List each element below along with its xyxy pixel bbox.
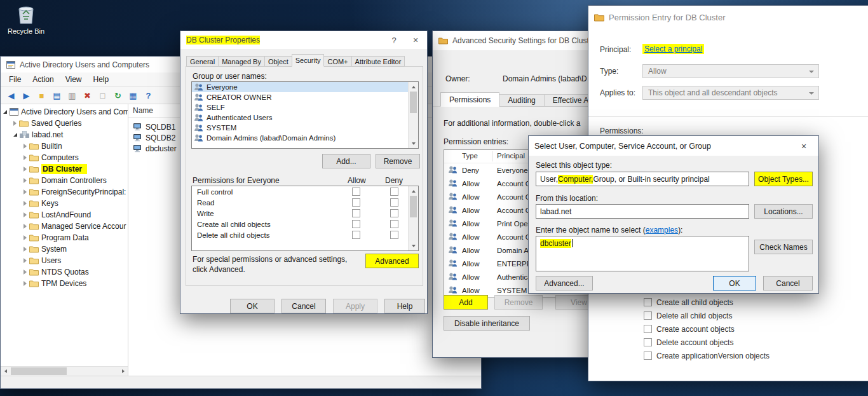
expand-icon[interactable] [13, 121, 17, 126]
tab[interactable]: COM+ [323, 56, 351, 67]
scroll-right-icon[interactable] [118, 367, 128, 376]
document-icon[interactable]: □ [97, 90, 109, 102]
deny-checkbox[interactable] [390, 188, 398, 196]
collapse-icon[interactable] [3, 110, 7, 114]
location-field[interactable]: labad.net [536, 204, 749, 219]
column-header-type[interactable]: Type [462, 152, 478, 160]
tree-item[interactable]: System [1, 243, 128, 255]
tree-item[interactable]: Program Data [1, 232, 128, 243]
apply-button[interactable]: Apply [333, 299, 377, 313]
object-types-button[interactable]: Object Types... [754, 172, 813, 186]
scroll-up-icon[interactable] [409, 82, 418, 92]
allow-checkbox[interactable] [352, 209, 360, 217]
help-icon[interactable]: ? [142, 90, 154, 102]
forward-icon[interactable]: ▶ [20, 90, 32, 102]
menu-item[interactable]: File [3, 73, 27, 86]
tab[interactable]: General [186, 56, 219, 67]
recycle-bin[interactable]: Recycle Bin [5, 4, 47, 35]
tree-item[interactable]: Domain Controllers [1, 175, 128, 186]
expand-icon[interactable] [24, 258, 27, 263]
vertical-scrollbar[interactable] [408, 186, 418, 250]
collapse-icon[interactable] [13, 133, 17, 137]
menu-item[interactable]: Action [27, 73, 59, 86]
examples-link[interactable]: examples [646, 226, 678, 235]
ok-button[interactable]: OK [713, 276, 756, 290]
tab[interactable]: Auditing [499, 94, 544, 107]
scrollbar-thumb[interactable] [410, 92, 417, 113]
expand-icon[interactable] [24, 167, 27, 172]
properties-titlebar[interactable]: DB Cluster Properties ? × [180, 31, 427, 49]
tab[interactable]: Attribute Editor [351, 56, 405, 67]
allow-checkbox[interactable] [352, 188, 360, 196]
refresh-icon[interactable]: ↻ [112, 90, 124, 102]
tree-item[interactable]: Managed Service Accour [1, 221, 128, 232]
allow-checkbox[interactable] [352, 231, 360, 239]
back-icon[interactable]: ◀ [5, 90, 17, 102]
scroll-down-icon[interactable] [409, 241, 418, 250]
tab[interactable]: Security [292, 54, 325, 67]
tree-item[interactable]: Keys [1, 198, 128, 209]
permission-checkbox[interactable] [644, 298, 652, 306]
cancel-button[interactable]: Cancel [763, 276, 813, 290]
show-tree-icon[interactable]: ■ [36, 90, 48, 102]
expand-icon[interactable] [24, 270, 27, 275]
locations-button[interactable]: Locations... [754, 204, 813, 219]
delete-icon[interactable]: ✖ [81, 90, 93, 102]
vertical-scrollbar[interactable] [408, 82, 418, 148]
deny-checkbox[interactable] [390, 198, 398, 207]
menu-item[interactable]: View [60, 73, 88, 86]
object-type-field[interactable]: User, Computer, Group, or Built-in secur… [536, 172, 749, 186]
list-item[interactable]: Authenticated Users [192, 113, 409, 123]
scroll-down-icon[interactable] [409, 139, 418, 148]
tree-item[interactable]: LostAndFound [1, 209, 128, 221]
expand-icon[interactable] [24, 247, 27, 252]
permission-checkbox[interactable] [644, 352, 652, 360]
scrollbar-thumb[interactable] [11, 367, 67, 375]
close-icon[interactable]: × [790, 137, 818, 155]
tree-item[interactable]: Users [1, 255, 128, 266]
tree-item[interactable]: Builtin [1, 140, 128, 152]
expand-icon[interactable] [24, 201, 27, 206]
select-principal-link[interactable]: Select a principal [642, 44, 704, 54]
remove-button[interactable]: Remove [376, 154, 420, 168]
help-button[interactable]: Help [384, 299, 425, 313]
expand-icon[interactable] [24, 144, 27, 149]
tab[interactable]: Object [264, 56, 292, 67]
column-header-principal[interactable]: Principal [497, 152, 525, 160]
tree-item[interactable]: ForeignSecurityPrincipal: [1, 186, 128, 198]
list-item[interactable]: CREATOR OWNER [192, 92, 409, 102]
select-dialog-titlebar[interactable]: Select User, Computer, Service Account, … [529, 136, 818, 156]
advanced-button[interactable]: Advanced [365, 254, 419, 268]
expand-icon[interactable] [24, 212, 27, 217]
list-item[interactable]: SYSTEM [192, 123, 409, 133]
window-list-icon[interactable]: ▦ [127, 90, 139, 102]
expand-icon[interactable] [24, 155, 27, 160]
help-icon[interactable]: ? [384, 31, 404, 49]
expand-icon[interactable] [24, 224, 27, 229]
expand-icon[interactable] [24, 189, 27, 195]
permission-checkbox[interactable] [644, 311, 652, 320]
menu-item[interactable]: Help [88, 73, 115, 86]
allow-checkbox[interactable] [352, 220, 360, 228]
tree-item-root[interactable]: Active Directory Users and Com [1, 106, 128, 118]
disable-inheritance-button[interactable]: Disable inheritance [444, 316, 530, 331]
permission-entry-titlebar[interactable]: Permission Entry for DB Cluster [588, 6, 868, 29]
allow-checkbox[interactable] [352, 198, 360, 207]
tree-horizontal-scrollbar[interactable] [1, 366, 128, 376]
add-button[interactable]: Add... [322, 154, 370, 168]
tab[interactable]: Managed By [218, 56, 265, 67]
close-icon[interactable]: × [404, 31, 427, 49]
tree-item-saved-queries[interactable]: Saved Queries [1, 118, 128, 129]
cancel-button[interactable]: Cancel [281, 299, 326, 313]
tree-item[interactable]: NTDS Quotas [1, 266, 128, 278]
deny-checkbox[interactable] [390, 220, 398, 228]
scrollbar-thumb[interactable] [410, 196, 417, 217]
expand-icon[interactable] [24, 281, 27, 286]
scroll-up-icon[interactable] [409, 186, 418, 196]
add-button[interactable]: Add [444, 295, 488, 310]
list-item[interactable]: Domain Admins (labad\Domain Admins) [192, 133, 409, 143]
tree-item[interactable]: DB Cluster [1, 163, 128, 175]
export-list-icon[interactable]: ▤ [51, 90, 63, 102]
remove-button[interactable]: Remove [494, 295, 543, 310]
advanced-button[interactable]: Advanced... [536, 276, 593, 290]
